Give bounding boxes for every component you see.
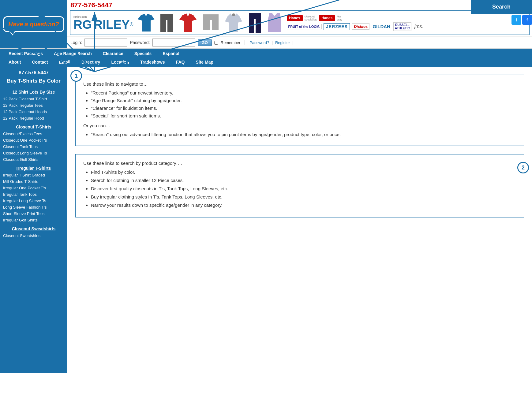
svg-marker-4 (179, 13, 197, 32)
gildan-logo: GILDAN (371, 23, 392, 30)
svg-rect-6 (203, 20, 210, 30)
fruit-loom-logo: FRUIT of the LOOM. (287, 24, 322, 29)
remember-label: Remember (221, 40, 240, 45)
box2-intro: Use these links to search by product cat… (83, 161, 516, 166)
twitter-icon[interactable]: t (511, 15, 521, 25)
link-12-pack-closeout-hoods[interactable]: 12 Pack Closeout Hoods (0, 109, 67, 115)
main-nav: Recent Packings Age Range Search Clearan… (0, 49, 532, 67)
link-closeout-long[interactable]: Closeout Long Sleeve Ts (0, 150, 67, 156)
box1-bullet-4: "Special" for short term sale items. (91, 113, 516, 118)
link-closeout-golf[interactable]: Closeout Golf Shirts (0, 156, 67, 163)
pants2-icon (247, 13, 263, 33)
svg-rect-3 (167, 20, 173, 32)
box1-bullet-1: "Recent Packings" our newest inventory. (91, 90, 516, 95)
sidebar-phone: 877.576.5447 (0, 67, 67, 77)
link-irregular-graded[interactable]: Irregular T Shirt Graded (0, 172, 67, 178)
nav-age-range[interactable]: Age Range Search (48, 49, 97, 58)
hanes2-logo: Hanes (319, 15, 335, 21)
link-irregular-pocket[interactable]: Irregular One Pocket T's (0, 185, 67, 191)
link-12-pack-irregular-tees[interactable]: 12 Pack Irregular Tees (0, 102, 67, 109)
section-title-irregular[interactable]: Irregular T-Shirts (0, 163, 67, 172)
link-long-sleeve-fashion[interactable]: Long Sleeve Fashion T's (0, 204, 67, 210)
link-closeout-tank[interactable]: Closeout Tank Tops (0, 143, 67, 150)
hanes-logo: Hanes (287, 15, 303, 21)
register-link[interactable]: Register (275, 40, 290, 45)
link-closeout-pocket[interactable]: Closeout One Pocket T's (0, 137, 67, 143)
svg-rect-11 (249, 19, 254, 33)
tanktop-icon (266, 13, 283, 33)
svg-marker-13 (268, 13, 281, 32)
sweatshirt-icon (178, 13, 198, 33)
nav-espanol[interactable]: Español (157, 49, 185, 58)
nav-clearance[interactable]: Clearance (97, 49, 129, 58)
box2-bullet-3: Discover first quality closeouts in T's,… (91, 186, 516, 191)
link-short-sleeve-print[interactable]: Short Sleeve Print Tees (0, 210, 67, 217)
have-question-text: Have a question? (8, 20, 59, 28)
sidebar-section-sweatshirts: Closeout Sweatshirts Closeout Sweatshirt… (0, 223, 67, 239)
nav-recent-packings[interactable]: Recent Packings (3, 49, 48, 58)
link-12-pack-irregular-hood[interactable]: 12 Pack Irregular Hood (0, 115, 67, 121)
link-closeout-excess[interactable]: Closeout/Excess Tees (0, 131, 67, 137)
box1-bullet-3: "Clearance" for liquidation items. (91, 106, 516, 111)
login-label: Login: (70, 40, 82, 45)
box2-bullet-1: Find T-Shirts by color. (91, 169, 516, 175)
nav-tradeshows[interactable]: Tradeshows (135, 58, 170, 66)
have-question-bubble: Have a question? (3, 16, 64, 32)
remember-checkbox[interactable] (214, 41, 218, 45)
rg-riley-logo: rgriley.com RG RILEY ® (73, 15, 133, 31)
login-bar: Login: Password: GO Remember | Password?… (67, 36, 532, 48)
nav-directory[interactable]: Directory (76, 58, 106, 66)
password-label: Password: (130, 40, 150, 45)
link-irregular-tank[interactable]: Irregular Tank Tops (0, 191, 67, 198)
go-button[interactable]: GO (198, 39, 212, 46)
nav-location[interactable]: Location (106, 58, 134, 66)
sidebar-buy-title[interactable]: Buy T-Shirts By Color (0, 77, 67, 87)
box2-bullet-2: Search for clothing in smaller 12 Piece … (91, 178, 516, 183)
link-irregular-golf[interactable]: Irregular Golf Shirts (0, 217, 67, 223)
nav-about[interactable]: About (3, 58, 26, 66)
jerzees-logo: JERZEES (324, 23, 350, 30)
nav-contact[interactable]: Contact (26, 58, 53, 66)
link-irregular-long[interactable]: Irregular Long Sleeve Ts (0, 198, 67, 204)
tshirt-icon (137, 13, 155, 33)
section-title-sweatshirts[interactable]: Closeout Sweatshirts (0, 223, 67, 232)
box2-bullet-5: Narrow your results down to specific age… (91, 202, 516, 208)
svg-rect-1 (160, 14, 173, 20)
box1-or-text: Or you can… (83, 123, 516, 128)
sidebar-section-irregular: Irregular T-Shirts Irregular T Shirt Gra… (0, 163, 67, 223)
search-button-top[interactable]: Search (471, 0, 532, 14)
phone-number: 877-576-5447 (67, 0, 532, 9)
login-input[interactable] (84, 39, 127, 46)
svg-rect-5 (203, 14, 219, 20)
section-title-closeout[interactable]: Closeout T-Shirts (0, 121, 67, 131)
brand-banner: rgriley.com RG RILEY ® (70, 10, 530, 35)
circle-2: 2 (517, 162, 529, 173)
shorts-icon (202, 13, 220, 33)
svg-marker-0 (138, 14, 155, 32)
link-12-pack-closeout[interactable]: 12 Pack Closeout T-Shirt (0, 96, 67, 102)
sidebar-section-closeout: Closeout T-Shirts Closeout/Excess Tees C… (0, 121, 67, 163)
circle-1: 1 (70, 70, 82, 82)
facebook-icon[interactable]: f (522, 15, 532, 25)
box1-intro: Use these links to navigate to… (83, 81, 516, 87)
info-box-2: Use these links to search by product cat… (75, 154, 524, 217)
section-title-12-shirt[interactable]: 12 Shirt Lots By Size (0, 87, 67, 96)
main-content: 1 Use these links to navigate to… "Recen… (67, 67, 532, 373)
nav-email[interactable]: Email (54, 58, 76, 66)
svg-point-9 (232, 13, 235, 16)
nav-specials[interactable]: Specials (129, 49, 157, 58)
forgot-password-link[interactable]: Password? (249, 40, 269, 45)
svg-rect-10 (249, 13, 261, 19)
hoodie-icon (224, 13, 244, 33)
sidebar-section-12-shirt: 12 Shirt Lots By Size 12 Pack Closeout T… (0, 87, 67, 121)
box1-bullet-search: "Search" using our advanced filtering fu… (91, 132, 516, 137)
svg-rect-12 (256, 19, 261, 33)
link-closeout-sweatshirts[interactable]: Closeout Sweatshirts (0, 232, 67, 239)
password-input[interactable] (152, 39, 195, 46)
nav-faq[interactable]: FAQ (170, 58, 190, 66)
link-mill-graded[interactable]: Mill Graded T-Shirts (0, 178, 67, 185)
nav-sitemap[interactable]: Site Map (190, 58, 219, 66)
svg-rect-2 (160, 20, 166, 32)
svg-rect-7 (212, 20, 219, 30)
sidebar: 877.576.5447 Buy T-Shirts By Color 12 Sh… (0, 67, 67, 373)
